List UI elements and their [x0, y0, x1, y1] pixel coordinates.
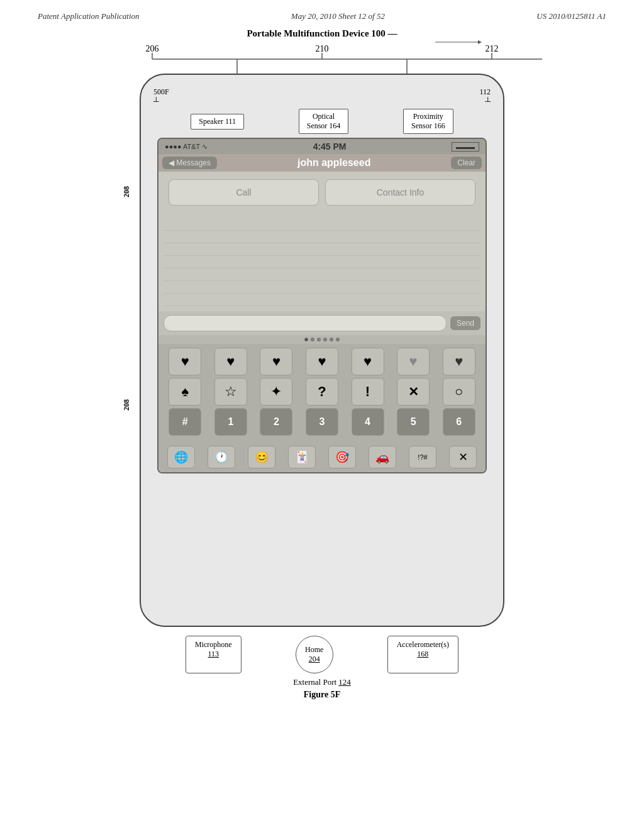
accelerometer-label: Accelerometer(s)168 [397, 640, 449, 658]
toolbar-clock[interactable]: 🕐 [208, 446, 235, 468]
msg-line-2 [164, 231, 480, 243]
msg-line-1 [164, 218, 480, 231]
figure-text: Figure 5F [304, 690, 340, 699]
ref-206: 206 [146, 44, 159, 53]
ext-port-text: External Port 124 [293, 677, 351, 687]
home-label-box: Home204 [296, 636, 333, 673]
send-btn[interactable]: Send [450, 316, 480, 330]
clear-btn[interactable]: Clear [451, 157, 482, 169]
diagram-title-area: Portable Multifunction Device 100 — [102, 28, 542, 39]
emoji-heart-4[interactable]: ♥ [306, 348, 338, 375]
toolbar-game[interactable]: 🎯 [328, 446, 356, 468]
proximity-sensor-box: ProximitySensor 166 [403, 109, 453, 134]
emoji-heart-6[interactable]: ♥ [397, 348, 430, 375]
toolbar-cards[interactable]: 🃏 [288, 446, 316, 468]
bottom-labels-row: Microphone113 Home204 Accelerometer(s)16… [140, 636, 504, 673]
ext-port-label: External Port 124 [140, 677, 504, 687]
msg-line-5 [164, 268, 480, 281]
accelerometer-label-box: Accelerometer(s)168 [387, 636, 458, 673]
emoji-heart-7[interactable]: ♥ [443, 348, 475, 375]
clear-label: Clear [457, 158, 475, 167]
dot-4 [323, 338, 327, 341]
msg-line-6 [164, 281, 480, 294]
toolbar-symbols[interactable]: !?# [409, 446, 436, 468]
signal-indicator: ●●●● AT&T ∿ [165, 143, 208, 151]
contact-info-label: Contact Info [377, 187, 425, 197]
optical-sensor-box: OpticalSensor 164 [299, 109, 349, 134]
num-4[interactable]: 4 [352, 408, 384, 436]
emoji-heart-1[interactable]: ♥ [169, 348, 201, 375]
pub-label: Patent Application Publication [38, 11, 140, 21]
dot-6 [336, 338, 340, 341]
num-3[interactable]: 3 [306, 408, 338, 436]
speaker-label: Speaker 111 [199, 117, 236, 126]
optical-label: OpticalSensor 164 [307, 112, 341, 130]
device-frame: 500F┴ 112┴ Speaker 111 OpticalSensor 164… [140, 74, 504, 627]
sensor-row: Speaker 111 OpticalSensor 164 ProximityS… [151, 109, 493, 134]
num-2[interactable]: 2 [260, 408, 292, 436]
emoji-circle[interactable]: ○ [443, 378, 475, 406]
diagram-title: Portable Multifunction Device 100 — [247, 28, 397, 38]
ref-210: 210 [316, 44, 329, 53]
emoji-sparkle[interactable]: ✦ [260, 378, 292, 406]
toolbar-car[interactable]: 🚗 [369, 446, 396, 468]
contact-info-btn[interactable]: Contact Info [325, 179, 475, 206]
dot-2 [311, 338, 314, 341]
messages-back-btn[interactable]: ◀ Messages [162, 157, 217, 169]
msg-line-3 [164, 243, 480, 256]
emoji-exclaim[interactable]: ! [352, 378, 384, 406]
phone-screen: ●●●● AT&T ∿ 4:45 PM ▬▬▬ ◀ Messages john … [157, 138, 487, 473]
emoji-section: ♥ ♥ ♥ ♥ ♥ ♥ ♥ ♠ ☆ ✦ ? ! [158, 344, 486, 442]
page-dots [158, 335, 486, 344]
emoji-heart-5[interactable]: ♥ [352, 348, 384, 375]
toolbar-emoji[interactable]: 😊 [248, 446, 275, 468]
emoji-heart-2[interactable]: ♥ [214, 348, 247, 375]
status-bar: ●●●● AT&T ∿ 4:45 PM ▬▬▬ [158, 139, 486, 154]
num-1[interactable]: 1 [214, 408, 247, 436]
call-btn[interactable]: Call [169, 179, 319, 206]
device-area: 208 208 500F┴ 112┴ Speaker 111 OpticalSe… [140, 74, 504, 700]
num-6[interactable]: 6 [443, 408, 475, 436]
side-ref-208b: 208 [122, 399, 131, 411]
emoji-question[interactable]: ? [306, 378, 338, 406]
microphone-label: Microphone113 [195, 640, 232, 658]
contact-buttons-row: Call Contact Info [158, 172, 486, 213]
input-row: Send [158, 311, 486, 335]
call-label: Call [236, 187, 251, 197]
dot-1 [304, 338, 308, 341]
dot-3 [317, 338, 321, 341]
number-row: # 1 2 3 4 5 6 [162, 408, 482, 436]
emoji-star[interactable]: ☆ [214, 378, 247, 406]
bottom-toolbar: 🌐 🕐 😊 🃏 🎯 🚗 !?# ✕ [158, 442, 486, 472]
toolbar-globe[interactable]: 🌐 [167, 446, 195, 468]
pub-number: US 2010/0125811 A1 [536, 11, 606, 21]
num-5[interactable]: 5 [397, 408, 430, 436]
ref-500f: 500F┴ [153, 87, 169, 106]
msg-line-7 [164, 294, 480, 306]
time-display: 4:45 PM [313, 141, 347, 152]
microphone-label-box: Microphone113 [186, 636, 242, 673]
page-header: Patent Application Publication May 20, 2… [0, 0, 644, 28]
pub-date: May 20, 2010 Sheet 12 of 52 [291, 11, 385, 21]
emoji-cross[interactable]: ✕ [397, 378, 430, 406]
nav-bar: ◀ Messages john appleseed Clear [158, 154, 486, 172]
messages-label: ◀ Messages [169, 158, 211, 167]
figure-label: Figure 5F [140, 690, 504, 700]
diagram-container: Portable Multifunction Device 100 — 206 … [102, 28, 542, 700]
ref-112: 112┴ [479, 87, 491, 106]
top-ref-row: 500F┴ 112┴ [151, 87, 493, 106]
emoji-spade[interactable]: ♠ [169, 378, 201, 406]
message-area [158, 213, 486, 311]
proximity-label: ProximitySensor 166 [411, 112, 445, 130]
speaker-box: Speaker 111 [191, 114, 244, 130]
battery-indicator: ▬▬▬ [452, 142, 479, 152]
send-label: Send [457, 319, 474, 328]
home-label: Home204 [305, 645, 323, 664]
ref-212: 212 [486, 44, 499, 53]
side-ref-208a: 208 [122, 186, 131, 197]
toolbar-delete[interactable]: ✕ [449, 446, 477, 468]
emoji-heart-3[interactable]: ♥ [260, 348, 292, 375]
num-hash[interactable]: # [169, 408, 201, 436]
symbol-row: ♠ ☆ ✦ ? ! ✕ ○ [162, 378, 482, 406]
message-input[interactable] [164, 315, 447, 331]
